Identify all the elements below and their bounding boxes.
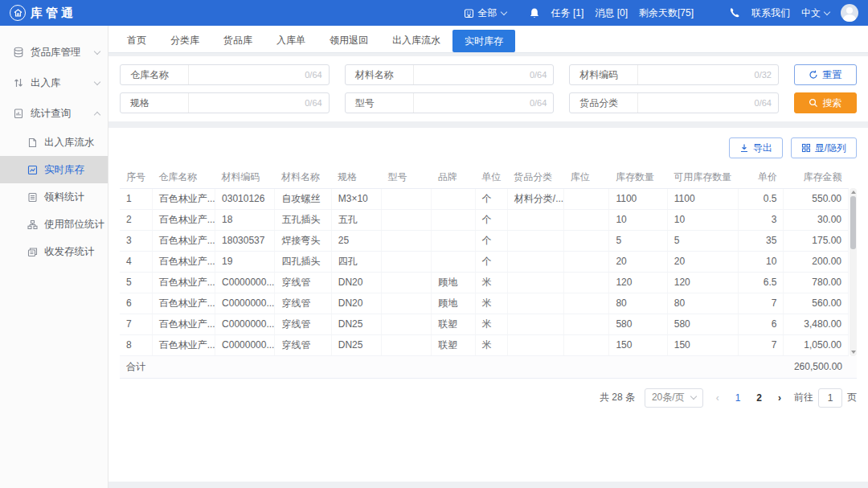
warehouse-name-input[interactable]: 0/64	[188, 65, 329, 84]
table-total-row: 合计 260,500.00	[120, 356, 857, 379]
language-switcher[interactable]: 中文	[801, 6, 829, 20]
search-panel: 仓库名称 0/64 材料名称 0/64 材料编码 0/32 重置 规格 0/64	[108, 56, 868, 121]
table-cell: 20	[667, 251, 738, 272]
table-cell: 5	[609, 230, 667, 251]
messages-link[interactable]: 消息 [0]	[595, 6, 628, 20]
page-size-select[interactable]: 20条/页	[645, 388, 703, 408]
column-header: 库存数量	[609, 166, 667, 188]
table-cell: 百色林业产...	[152, 209, 215, 230]
table-cell: 120	[667, 272, 738, 293]
user-avatar[interactable]	[841, 4, 858, 22]
sidebar-item-goods-management[interactable]: 货品库管理	[0, 37, 108, 68]
table-row[interactable]: 8百色林业产...C0000000...穿线管DN25联塑米15015071,0…	[120, 334, 849, 355]
tab-goods-library[interactable]: 货品库	[211, 30, 264, 51]
table-row[interactable]: 6百色林业产...C0000000...穿线管DN20顾地米80807560.0…	[120, 293, 849, 314]
page-size-label: 20条/页	[652, 391, 685, 404]
prev-page-button[interactable]: ‹	[713, 392, 723, 404]
warehouse-name-field[interactable]: 仓库名称 0/64	[120, 64, 330, 85]
tab-home[interactable]: 首页	[115, 30, 158, 51]
refresh-icon	[809, 70, 818, 80]
books-icon	[27, 247, 38, 257]
field-label: 货品分类	[570, 96, 637, 110]
material-name-input[interactable]: 0/64	[413, 65, 554, 84]
page-number-2[interactable]: 2	[753, 392, 765, 404]
sidebar-item-stats-query[interactable]: 统计查询	[0, 98, 108, 129]
table-cell: M3×10	[331, 188, 381, 209]
reset-button[interactable]: 重置	[794, 64, 857, 85]
inventory-table-grid: 序号仓库名称材料编码材料名称规格型号品牌单位货品分类库位库存数量可用库存数量单价…	[120, 166, 849, 356]
model-field[interactable]: 型号 0/64	[345, 92, 555, 113]
goto-page-input[interactable]	[818, 388, 842, 408]
material-code-input[interactable]: 0/32	[637, 65, 778, 84]
table-cell: 1,050.00	[784, 334, 849, 355]
table-cell	[432, 251, 475, 272]
table-cell: 35	[739, 230, 784, 251]
table-cell: 18030537	[215, 230, 275, 251]
table-row[interactable]: 3百色林业产...18030537焊接弯头25个5535175.00	[120, 230, 849, 251]
scrollbar-thumb[interactable]	[850, 196, 856, 249]
table-cell	[564, 334, 609, 355]
table-cell: 百色林业产...	[152, 251, 215, 272]
tab-requisition-return[interactable]: 领用退回	[317, 30, 380, 51]
material-name-field[interactable]: 材料名称 0/64	[345, 64, 555, 85]
toggle-columns-button[interactable]: 显/隐列	[791, 137, 857, 158]
table-cell: DN25	[331, 334, 381, 355]
inventory-table: 序号仓库名称材料编码材料名称规格型号品牌单位货品分类库位库存数量可用库存数量单价…	[120, 166, 857, 356]
tasks-link[interactable]: 任务 [1]	[551, 6, 584, 20]
table-cell: 1100	[609, 188, 667, 209]
table-cell	[564, 188, 609, 209]
table-cell: 20	[609, 251, 667, 272]
table-cell: 穿线管	[275, 314, 331, 334]
table-cell	[382, 334, 432, 355]
spec-field[interactable]: 规格 0/64	[120, 92, 330, 113]
table-cell: 个	[475, 209, 507, 230]
table-cell: 顾地	[432, 272, 475, 293]
chevron-down-icon	[500, 8, 506, 14]
scroll-down-arrow-icon[interactable]	[851, 351, 856, 354]
next-page-button[interactable]: ›	[775, 392, 784, 404]
table-cell: 03010126	[215, 188, 275, 209]
table-toolbar: 导出 显/隐列	[120, 137, 857, 158]
category-input[interactable]: 0/64	[637, 93, 778, 113]
sidebar-subitem-realtime-stock[interactable]: 实时库存	[0, 156, 108, 183]
contact-link[interactable]: 联系我们	[751, 6, 790, 20]
scroll-up-arrow-icon[interactable]	[851, 191, 856, 194]
table-row[interactable]: 4百色林业产...19四孔插头四孔个202010200.00	[120, 251, 849, 272]
table-row[interactable]: 1百色林业产...03010126自攻螺丝M3×10个材料分类/...11001…	[120, 188, 849, 209]
field-label: 规格	[121, 96, 188, 110]
spec-input[interactable]: 0/64	[188, 93, 329, 113]
scope-switcher[interactable]: 全部	[464, 6, 506, 20]
tab-realtime-stock[interactable]: 实时库存	[452, 30, 515, 52]
tab-category-library[interactable]: 分类库	[158, 30, 211, 51]
table-row[interactable]: 2百色林业产...18五孔插头五孔个1010330.00	[120, 209, 849, 230]
page-number-1[interactable]: 1	[732, 392, 744, 404]
bell-icon[interactable]	[529, 7, 540, 19]
sidebar-subitem-inout-summary-stats[interactable]: 收发存统计	[0, 238, 108, 265]
table-cell	[564, 293, 609, 314]
column-header: 库位	[564, 166, 609, 188]
table-row[interactable]: 7百色林业产...C0000000...穿线管DN25联塑米58058063,4…	[120, 314, 849, 334]
table-cell: 6	[739, 314, 784, 334]
search-button[interactable]: 搜索	[794, 92, 857, 113]
table-cell	[382, 188, 432, 209]
table-cell: 百色林业产...	[152, 230, 215, 251]
sidebar-subitem-material-stats[interactable]: 领料统计	[0, 183, 108, 211]
tab-inbound-order[interactable]: 入库单	[264, 30, 317, 51]
table-cell	[382, 209, 432, 230]
model-input[interactable]: 0/64	[413, 93, 554, 113]
table-vertical-scrollbar[interactable]	[850, 188, 857, 356]
goto-label: 前往	[794, 391, 813, 404]
export-button[interactable]: 导出	[729, 137, 783, 158]
table-row[interactable]: 5百色林业产...C0000000...穿线管DN20顾地米1201206.57…	[120, 272, 849, 293]
char-counter: 0/64	[530, 98, 547, 108]
category-field[interactable]: 货品分类 0/64	[569, 92, 779, 113]
material-code-field[interactable]: 材料编码 0/32	[569, 64, 779, 85]
table-cell	[564, 230, 609, 251]
home-circle-icon	[10, 5, 26, 21]
sidebar-subitem-usage-position-stats[interactable]: 使用部位统计	[0, 211, 108, 238]
tab-inout-flow[interactable]: 出入库流水	[380, 30, 452, 51]
sidebar-item-inout[interactable]: 出入库	[0, 68, 108, 98]
phone-icon	[729, 7, 740, 18]
sidebar-subitem-inout-flow[interactable]: 出入库流水	[0, 129, 108, 156]
column-header: 单价	[739, 166, 784, 188]
